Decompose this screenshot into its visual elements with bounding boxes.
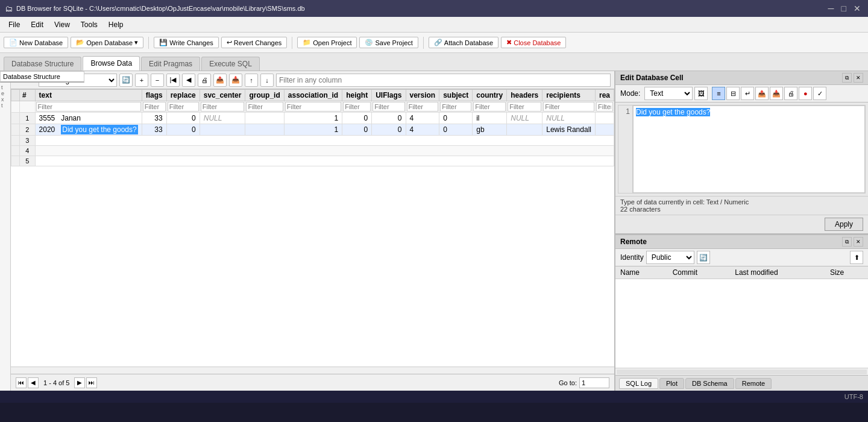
- col-flags[interactable]: flags: [142, 90, 166, 101]
- menu-view[interactable]: View: [49, 19, 75, 30]
- col-height[interactable]: height: [342, 90, 372, 101]
- save-project-button[interactable]: 💿 Save Project: [359, 37, 418, 48]
- cell-rea-1[interactable]: [595, 113, 614, 124]
- cell-flags-1[interactable]: 33: [142, 113, 166, 124]
- revert-changes-button[interactable]: ↩ Revert Changes: [221, 37, 288, 48]
- open-database-button[interactable]: 📂 Open Database ▾: [71, 37, 143, 48]
- col-expand[interactable]: [11, 90, 20, 101]
- filter-svc-center[interactable]: [201, 102, 245, 112]
- horizontal-scrollbar[interactable]: [11, 367, 614, 374]
- format-center-button[interactable]: ⊟: [726, 87, 740, 100]
- set-null-button[interactable]: ●: [799, 87, 812, 100]
- cell-version-1[interactable]: 4: [406, 113, 439, 124]
- cell-recipients-1[interactable]: NULL: [542, 113, 596, 124]
- data-table-container[interactable]: # text flags replace svc_center group_id…: [11, 89, 614, 367]
- format-left-button[interactable]: ≡: [712, 87, 725, 100]
- cell-svc-1[interactable]: NULL: [200, 113, 245, 124]
- cell-height-2[interactable]: 0: [342, 124, 372, 136]
- format-export-button[interactable]: 📤: [755, 87, 769, 100]
- format-import-button[interactable]: 📥: [770, 87, 783, 100]
- remote-scrollbar[interactable]: [615, 368, 868, 375]
- filter-group-id[interactable]: [246, 102, 283, 112]
- filter-association-id[interactable]: [285, 102, 341, 112]
- cell-country-2[interactable]: gb: [473, 124, 507, 136]
- cell-svc-2[interactable]: [200, 124, 245, 136]
- menu-tools[interactable]: Tools: [76, 19, 102, 30]
- filter-text[interactable]: [36, 102, 141, 112]
- bottom-tab-remote[interactable]: Remote: [735, 378, 772, 389]
- write-changes-button[interactable]: 💾 Write Changes: [154, 37, 219, 48]
- filter-country[interactable]: [473, 102, 506, 112]
- cell-replace-1[interactable]: 0: [166, 113, 200, 124]
- edit-cell-float-button[interactable]: ⧉: [842, 73, 852, 83]
- prev-page-button[interactable]: ◀: [28, 377, 39, 388]
- col-uiflags[interactable]: UIFlags: [372, 90, 406, 101]
- cell-assoc-1[interactable]: 1: [284, 113, 342, 124]
- print-button[interactable]: 🖨: [198, 74, 211, 87]
- remote-float-button[interactable]: ⧉: [842, 237, 852, 247]
- col-group-id[interactable]: group_id: [245, 90, 284, 101]
- bottom-tab-sql-log[interactable]: SQL Log: [619, 378, 658, 389]
- edit-cell-close-button[interactable]: ✕: [854, 73, 863, 83]
- col-rownum[interactable]: #: [19, 90, 35, 101]
- minimize-button[interactable]: ─: [826, 4, 837, 13]
- col-country[interactable]: country: [473, 90, 507, 101]
- filter-replace[interactable]: [168, 102, 199, 112]
- menu-file[interactable]: File: [4, 19, 25, 30]
- cell-subject-1[interactable]: 0: [439, 113, 473, 124]
- filter-recipients[interactable]: [543, 102, 594, 112]
- apply-mode-button[interactable]: ✓: [813, 87, 826, 100]
- close-database-button[interactable]: ✖ Close Database: [501, 37, 566, 48]
- cell-headers-1[interactable]: NULL: [507, 113, 542, 124]
- db-structure-vertical-label[interactable]: Database Structure: [0, 71, 84, 83]
- cell-replace-2[interactable]: 0: [166, 124, 200, 136]
- cell-subject-2[interactable]: 0: [439, 124, 473, 136]
- tab-database-structure[interactable]: Database Structure: [4, 57, 81, 71]
- remote-table-container[interactable]: Name Commit Last modified Size: [615, 266, 868, 368]
- cell-version-2[interactable]: 4: [406, 124, 439, 136]
- delete-row-button[interactable]: −: [151, 74, 164, 87]
- filter-flags[interactable]: [143, 102, 166, 112]
- close-button[interactable]: ✕: [851, 4, 863, 13]
- copy-button[interactable]: ↓: [260, 74, 274, 87]
- cell-assoc-2[interactable]: 1: [284, 124, 342, 136]
- filter-headers[interactable]: [508, 102, 541, 112]
- cell-uiflags-1[interactable]: 0: [372, 113, 406, 124]
- refresh-table-button[interactable]: 🔄: [119, 74, 133, 87]
- first-record-button[interactable]: |◀: [166, 74, 180, 87]
- remote-col-last-modified[interactable]: Last modified: [730, 266, 825, 279]
- tab-execute-sql[interactable]: Execute SQL: [201, 57, 260, 71]
- maximize-button[interactable]: □: [839, 4, 849, 13]
- col-svc-center[interactable]: svc_center: [200, 90, 245, 101]
- move-to-field-button[interactable]: ↑: [245, 74, 258, 87]
- cell-country-1[interactable]: il: [473, 113, 507, 124]
- filter-input[interactable]: [276, 74, 611, 87]
- remote-close-button[interactable]: ✕: [854, 237, 863, 247]
- cell-group-2[interactable]: [245, 124, 284, 136]
- menu-help[interactable]: Help: [104, 19, 128, 30]
- tab-edit-pragmas[interactable]: Edit Pragmas: [141, 57, 200, 71]
- format-word-wrap-button[interactable]: ↵: [741, 87, 754, 100]
- col-replace[interactable]: replace: [166, 90, 200, 101]
- remote-col-name[interactable]: Name: [615, 266, 668, 279]
- import-button[interactable]: 📥: [229, 74, 242, 87]
- cell-flags-2[interactable]: 33: [142, 124, 166, 136]
- attach-database-button[interactable]: 🔗 Attach Database: [429, 37, 498, 48]
- identity-upload-button[interactable]: ⬆: [850, 251, 863, 264]
- cell-height-1[interactable]: 0: [342, 113, 372, 124]
- cell-recipients-2[interactable]: Lewis Randall: [542, 124, 596, 136]
- filter-height[interactable]: [343, 102, 371, 112]
- menu-edit[interactable]: Edit: [26, 19, 48, 30]
- filter-subject[interactable]: [440, 102, 471, 112]
- filter-uiflags[interactable]: [373, 102, 404, 112]
- first-page-button[interactable]: ⏮: [16, 377, 27, 388]
- add-row-button[interactable]: +: [135, 74, 148, 87]
- last-page-button[interactable]: ⏭: [86, 377, 97, 388]
- mode-select[interactable]: Text Binary Null Real Integer: [644, 87, 693, 100]
- col-rea[interactable]: rea: [595, 90, 614, 101]
- goto-input[interactable]: [579, 377, 609, 388]
- filter-rea[interactable]: [596, 102, 613, 112]
- prev-record-button[interactable]: ◀: [182, 74, 195, 87]
- apply-button[interactable]: Apply: [825, 218, 863, 231]
- bottom-tab-db-schema[interactable]: DB Schema: [685, 378, 734, 389]
